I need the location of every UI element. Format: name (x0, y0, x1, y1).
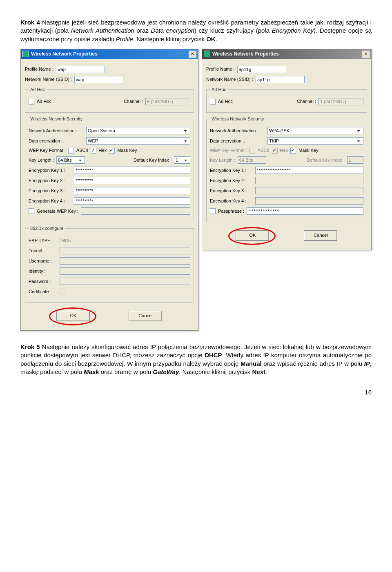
key2-input (255, 177, 363, 184)
adhoc-checkbox[interactable] (210, 99, 216, 105)
username-input (60, 257, 190, 265)
dialog-left: Wireless Network Properties ✕ Profile Na… (20, 49, 198, 331)
titlebar-right: Wireless Network Properties ✕ (202, 49, 371, 59)
security-legend: Wireless Network Security (29, 116, 84, 122)
ok-highlight-ring: OK (236, 230, 269, 241)
hex-checkbox (272, 148, 278, 154)
identity-input (60, 267, 190, 275)
security-legend: Wireless Network Security (210, 116, 265, 122)
key2-input[interactable] (74, 177, 190, 184)
ok-button[interactable]: OK (236, 230, 269, 241)
adhoc-fieldset: Ad Hoc Ad Hoc Channel : 6 (2437MHz) (25, 87, 194, 113)
ssid-label: Network Name (SSID) : (25, 76, 72, 82)
security-fieldset: Wireless Network Security Network Authen… (25, 116, 194, 223)
ok-highlight-ring: OK (56, 311, 90, 321)
page-number: 16 (20, 388, 372, 396)
adhoc-fieldset: Ad Hoc Ad Hoc Channel : 1 (2412MHz) (206, 87, 367, 113)
mask-checkbox[interactable] (290, 148, 296, 154)
titlebar-left: Wireless Network Properties ✕ (21, 49, 198, 59)
security-fieldset: Wireless Network Security Network Authen… (206, 116, 367, 223)
net-auth-select[interactable]: Open System (86, 127, 190, 134)
paragraph-step5: Krok 5 Następnie należy skonfigurować ad… (20, 343, 372, 376)
adhoc-legend: Ad Hoc (29, 87, 47, 93)
title-right: Wireless Network Properties (212, 51, 362, 57)
ssid-input[interactable] (74, 76, 123, 83)
profile-name-label: Profile Name : (25, 66, 53, 72)
key4-input[interactable] (74, 197, 190, 205)
net-auth-select[interactable]: WPA-PSK (267, 127, 363, 134)
cert-select (68, 288, 190, 295)
app-icon (204, 51, 210, 57)
mask-checkbox[interactable] (109, 148, 115, 154)
eap-select: MD5 (60, 237, 190, 244)
title-left: Wireless Network Properties (31, 51, 189, 57)
data-enc-select[interactable]: WEP (86, 137, 190, 145)
key4-input (255, 197, 363, 205)
gen-input (81, 207, 190, 215)
keylen-select[interactable]: 64 Bits (56, 156, 85, 164)
step5-lead: Krok 5 (20, 343, 40, 350)
ascii-checkbox[interactable] (68, 148, 74, 154)
hex-checkbox[interactable] (91, 148, 96, 154)
profile-name-label: Profile Name : (206, 66, 235, 72)
channel-select: 6 (2437MHz) (145, 98, 190, 105)
passphrase-checkbox[interactable] (210, 208, 216, 214)
app-icon (22, 51, 29, 57)
cancel-button[interactable]: Cancel (304, 230, 337, 241)
step4-lead: Krok 4 (20, 19, 40, 26)
password-input (60, 278, 190, 285)
dialogs-row: Wireless Network Properties ✕ Profile Na… (20, 49, 372, 331)
eap-fieldset: 802.1x configure EAP TYPE :MD5 Tunnel : … (25, 225, 194, 303)
close-icon[interactable]: ✕ (189, 51, 196, 58)
keyidx-select[interactable]: 1 (174, 156, 190, 164)
key1-input[interactable] (255, 167, 363, 174)
ssid-label: Network Name (SSID) : (206, 76, 253, 82)
ssid-input[interactable] (256, 76, 305, 83)
ok-button[interactable]: OK (56, 311, 90, 321)
profile-name-input[interactable] (237, 66, 286, 73)
gen-checkbox[interactable] (29, 208, 34, 214)
key3-input (255, 187, 363, 194)
data-enc-select[interactable]: TKIP (267, 137, 363, 145)
eap-legend: 802.1x configure (29, 225, 65, 231)
keyidx-select: 1 (347, 156, 363, 164)
tunnel-select (60, 247, 190, 254)
ascii-checkbox (249, 148, 255, 154)
adhoc-checkbox[interactable] (29, 99, 34, 105)
adhoc-legend: Ad Hoc (210, 87, 228, 93)
keylen-select: 64 Bits (238, 156, 266, 164)
profile-name-input[interactable] (56, 66, 105, 73)
key1-input[interactable] (74, 167, 190, 174)
cancel-button[interactable]: Cancel (129, 311, 162, 321)
close-icon[interactable]: ✕ (362, 51, 370, 58)
passphrase-input[interactable] (247, 207, 363, 215)
channel-select: 1 (2412MHz) (318, 98, 363, 105)
paragraph-step4: Krok 4 Następnie jeżeli sieć bezprzewodo… (20, 18, 372, 43)
key3-input[interactable] (74, 187, 190, 194)
cert-checkbox (60, 289, 65, 294)
dialog-right: Wireless Network Properties ✕ Profile Na… (202, 49, 372, 251)
